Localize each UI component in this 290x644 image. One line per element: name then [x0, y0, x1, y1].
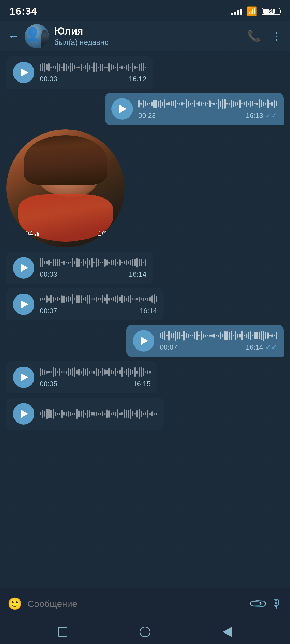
message-input[interactable] [28, 596, 245, 612]
contact-status: был(а) недавно [54, 38, 247, 47]
waveform-1 [40, 62, 146, 73]
chat-header: ← Юлия был(а) недавно 📞 ⋮ [0, 21, 290, 51]
duration-7: 00:05 [40, 380, 57, 388]
status-time: 16:34 [10, 6, 37, 17]
contact-info: Юлия был(а) недавно [54, 25, 247, 47]
voice-content-8 [40, 408, 157, 419]
contact-avatar[interactable] [25, 24, 49, 48]
play-button-2[interactable] [111, 98, 133, 120]
waveform-6 [160, 330, 277, 341]
voice-content-5: 00:07 16:14 [40, 294, 157, 315]
call-button[interactable]: 📞 [247, 30, 260, 42]
duration-6: 00:07 [160, 343, 177, 352]
battery-level: 54 [262, 8, 280, 14]
play-button-8[interactable] [13, 403, 34, 425]
voice-message-received-8 [6, 398, 164, 430]
waveform-2 [138, 98, 277, 109]
play-button-5[interactable] [13, 294, 34, 315]
attach-button[interactable]: 📎 [248, 594, 268, 614]
status-icons: 📶 54 [231, 6, 280, 16]
video-footer-3: 00:04 16:13 [15, 229, 117, 238]
video-message-3[interactable]: 00:04 16:13 [6, 129, 125, 247]
voice-content-7: 00:05 16:15 [40, 367, 151, 388]
video-time-3: 16:13 [98, 229, 117, 238]
read-check-2: ✓✓ [265, 111, 277, 120]
play-button-7[interactable] [13, 367, 34, 388]
nav-bar [0, 620, 290, 644]
voice-content-4: 00:03 16:14 [40, 257, 146, 279]
mic-button[interactable]: 🎙 [271, 597, 282, 610]
time-6: 16:14 [246, 343, 263, 352]
back-button[interactable]: ← [8, 30, 19, 43]
play-button-4[interactable] [13, 257, 34, 279]
nav-recent-button[interactable] [140, 627, 150, 637]
more-options-button[interactable]: ⋮ [271, 30, 282, 42]
waveform-8 [40, 408, 157, 419]
play-button-1[interactable] [13, 62, 34, 83]
time-2: 16:13 [246, 111, 263, 120]
duration-5: 00:07 [40, 307, 57, 315]
play-button-6[interactable] [133, 330, 154, 352]
waveform-5 [40, 294, 157, 305]
voice-content-1: 00:03 16:12 [40, 62, 146, 83]
time-4: 16:14 [129, 270, 146, 279]
header-actions: 📞 ⋮ [247, 30, 282, 42]
read-check-6: ✓✓ [265, 343, 277, 352]
duration-1: 00:03 [40, 75, 57, 83]
contact-name: Юлия [54, 25, 247, 37]
time-1: 16:12 [129, 75, 146, 83]
chat-area: 00:03 16:12 00:23 16:13 ✓✓ [0, 51, 290, 609]
waveform-7 [40, 367, 151, 378]
video-duration-3: 00:04 [15, 229, 33, 238]
voice-message-received-1: 00:03 16:12 [6, 56, 153, 89]
voice-message-received-4: 00:03 16:14 [6, 252, 153, 284]
nav-home-button[interactable] [58, 627, 67, 637]
voice-message-sent-6: 00:07 16:14 ✓✓ [126, 325, 284, 357]
time-7: 16:15 [133, 380, 151, 388]
emoji-button[interactable]: 🙂 [8, 597, 22, 611]
duration-2: 00:23 [138, 111, 156, 120]
time-5: 16:14 [140, 307, 157, 315]
voice-message-sent-2: 00:23 16:13 ✓✓ [105, 93, 284, 125]
voice-message-received-5: 00:07 16:14 [6, 288, 164, 320]
voice-content-6: 00:07 16:14 ✓✓ [160, 330, 277, 352]
signal-icon [231, 8, 242, 15]
chat-input-bar: 🙂 📎 🎙 [0, 588, 290, 620]
nav-back-button[interactable] [223, 627, 232, 637]
voice-message-received-7: 00:05 16:15 [6, 361, 157, 393]
wifi-icon: 📶 [247, 6, 257, 16]
duration-4: 00:03 [40, 270, 57, 279]
status-bar: 16:34 📶 54 [0, 0, 290, 21]
voice-content-2: 00:23 16:13 ✓✓ [138, 98, 277, 120]
waveform-4 [40, 257, 146, 268]
